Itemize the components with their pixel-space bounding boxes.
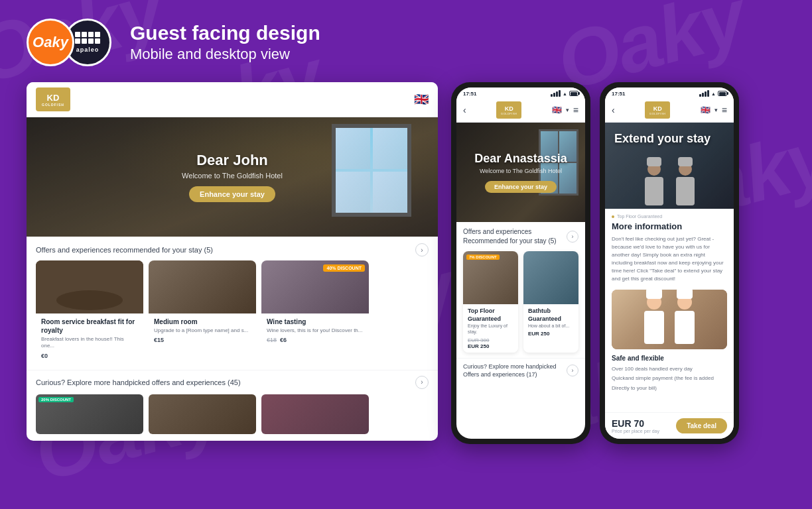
towel-figure-2 [673, 162, 697, 205]
oaky-logo: Oaky [27, 19, 74, 66]
phone2-safe-item-1: Over 100 deals handled every day [612, 365, 727, 374]
desktop-offers-header: Offers and experiences recommended for y… [27, 237, 438, 260]
desktop-more-grid: 20% DISCOUNT [36, 394, 429, 434]
phone1-badge-1: 7% DISCOUNT [466, 254, 500, 260]
more-offer-1: 20% DISCOUNT [36, 394, 143, 434]
phone2-price-section: EUR 70 Price per place per day [612, 418, 659, 433]
header-title-group: Guest facing design Mobile and desktop v… [130, 22, 320, 63]
phone2-room-img [612, 290, 727, 349]
desktop-topbar: KD GOLDFISH 🇬🇧 [27, 82, 438, 117]
phone2-menu-icon[interactable]: ≡ [722, 105, 727, 115]
phone2-footer: EUR 70 Price per place per day Take deal [605, 412, 734, 439]
phone2-status-right: ▲ [699, 90, 727, 97]
phone2-deal-button[interactable]: Take deal [676, 418, 727, 433]
phone1-offer-title-2: Bathtub Guaranteed [528, 308, 574, 323]
offer-price-3: €18 €6 [267, 337, 364, 343]
phone2-tag: Top Floor Guaranteed [612, 214, 727, 219]
offer-card-room-service: Room service breakfast fit for royalty B… [36, 260, 143, 363]
offer-desc-2: Upgrade to a [Room type name] and s... [154, 327, 251, 334]
desktop-hero-title: Dear John [182, 152, 283, 169]
phone2-back-icon[interactable]: ‹ [612, 105, 615, 115]
main-content: Oaky apaleo Guest facing design Mobile a… [0, 0, 812, 457]
offer-title-3: Wine tasting [267, 317, 364, 326]
towel-body-1 [645, 177, 663, 205]
screens-container: KD GOLDFISH 🇬🇧 Dear John Welcome to The … [27, 82, 785, 444]
wine-discount-badge: 40% DISCOUNT [323, 264, 365, 272]
desktop-enhance-btn[interactable]: Enhance your stay [189, 186, 275, 202]
phone1-back-icon[interactable]: ‹ [463, 105, 466, 115]
phone2-safe-item-2: Quickand simple payment (the fee is adde… [612, 374, 727, 393]
phone1-enhance-btn[interactable]: Enhance your stay [485, 181, 557, 193]
phone2-hero-title: Extend your stay [614, 132, 724, 146]
room-window-decoration [332, 124, 411, 217]
offer-price-1: €0 [41, 353, 138, 359]
desktop-hero-subtitle: Welcome to The Goldfish Hotel [182, 172, 283, 180]
more-offer-3 [261, 394, 369, 434]
desktop-more-header: Curious? Explore more handpicked offers … [36, 376, 429, 389]
phone2-head-2 [677, 295, 692, 310]
towel-head-2 [679, 162, 692, 176]
phone2-person-1 [644, 295, 664, 344]
offer-title-1: Room service breakfast fit for royalty [41, 317, 138, 335]
phone2-hero: Extend your stay [605, 123, 734, 209]
phone1-offers-title: Offers and experiences Recommended for y… [463, 227, 557, 246]
phone1-more-title: Curious? Explore more handpicked Offers … [463, 363, 557, 379]
phone2-safe-title: Safe and flexible [612, 355, 727, 362]
phone2-body-2 [675, 311, 695, 344]
towel-body-2 [676, 177, 695, 205]
offer-body-2: Medium room Upgrade to a [Room type name… [149, 313, 256, 347]
phone1-offer-2: Bathtub Guaranteed How about a bit of...… [523, 251, 578, 353]
phone2-hotel-logo: KD GOLDFISH [645, 101, 670, 119]
phone1-flag: 🇬🇧 [552, 105, 562, 115]
phone1-offer-sub-1: Enjoy the Luxury of stay. [468, 323, 513, 335]
phone1-offer-body-1: Top Floor Guaranteed Enjoy the Luxury of… [463, 304, 518, 353]
towel-hat-2 [677, 290, 693, 299]
page-title: Guest facing design [130, 22, 320, 44]
phone-1-inner: 17:51 ▲ [456, 87, 585, 439]
phone1-hero-title: Dear Anastassia [474, 152, 567, 166]
desktop-screen: KD GOLDFISH 🇬🇧 Dear John Welcome to The … [27, 82, 438, 441]
hotel-name: GOLDFISH [42, 103, 64, 107]
offer-body-3: Wine tasting Wine lovers, this is for yo… [261, 313, 369, 347]
desktop-more-arrow[interactable]: › [415, 376, 429, 389]
phone2-section-title: More information [612, 221, 727, 231]
logo-group: Oaky apaleo [27, 19, 111, 66]
desktop-more-section: Curious? Explore more handpicked offers … [27, 370, 438, 441]
phone1-more-arrow[interactable]: › [567, 365, 578, 376]
phone1-menu-icon[interactable]: ≡ [573, 105, 578, 115]
phone2-time: 17:51 [612, 91, 625, 97]
phone2-hero-text: Extend your stay [614, 132, 724, 146]
phone1-new-price-1: EUR 250 [468, 343, 489, 349]
hotel-logo-desktop: KD GOLDFISH [36, 87, 70, 111]
phone2-status-bar: 17:51 ▲ [605, 87, 734, 98]
phone1-hero-subtitle: Welcome to The Goldfish Hotel [474, 168, 567, 174]
phone1-more-header: Curious? Explore more handpicked Offers … [463, 363, 578, 379]
offer-card-wine: 40% DISCOUNT Wine tasting Wine lovers, t… [261, 260, 369, 363]
phone2-person-2 [675, 295, 695, 344]
phone1-offers-header: Offers and experiences Recommended for y… [463, 227, 578, 246]
phone2-nav: ‹ KD GOLDFISH 🇬🇧 ▾ ≡ [605, 98, 734, 123]
phones-container: 17:51 ▲ [451, 82, 739, 444]
phone1-battery [569, 91, 578, 96]
phone2-tag-label: Top Floor Guaranteed [617, 214, 662, 219]
phone-1: 17:51 ▲ [451, 82, 590, 444]
phone1-offer-price-1: EUR 300 EUR 250 [468, 337, 513, 349]
page-subtitle: Mobile and desktop view [130, 46, 320, 63]
phone2-towel-people [642, 162, 697, 205]
phone1-offer-1: 7% DISCOUNT Top Floor Guaranteed Enjoy t… [463, 251, 518, 353]
desktop-offers-arrow[interactable]: › [415, 243, 429, 256]
desktop-more-title: Curious? Explore more handpicked offers … [36, 378, 241, 386]
phone2-battery [718, 91, 727, 96]
phone1-offer-title-1: Top Floor Guaranteed [468, 308, 513, 323]
phone1-old-price-1: EUR 300 [468, 337, 489, 343]
phone1-offers-arrow[interactable]: › [567, 231, 578, 243]
phone1-hero-content: Dear Anastassia Welcome to The Goldfish … [461, 152, 580, 193]
phone2-body-1 [644, 311, 664, 344]
phone1-offer-img-1: 7% DISCOUNT [463, 251, 518, 304]
desktop-hero: Dear John Welcome to The Goldfish Hotel … [27, 117, 438, 237]
towel-head-1 [647, 162, 661, 176]
phone1-time: 17:51 [463, 91, 476, 97]
phone2-content: Top Floor Guaranteed More information Do… [605, 209, 734, 412]
phone1-offers-grid: 7% DISCOUNT Top Floor Guaranteed Enjoy t… [463, 251, 578, 353]
phone1-hero: Dear Anastassia Welcome to The Goldfish … [456, 123, 585, 222]
